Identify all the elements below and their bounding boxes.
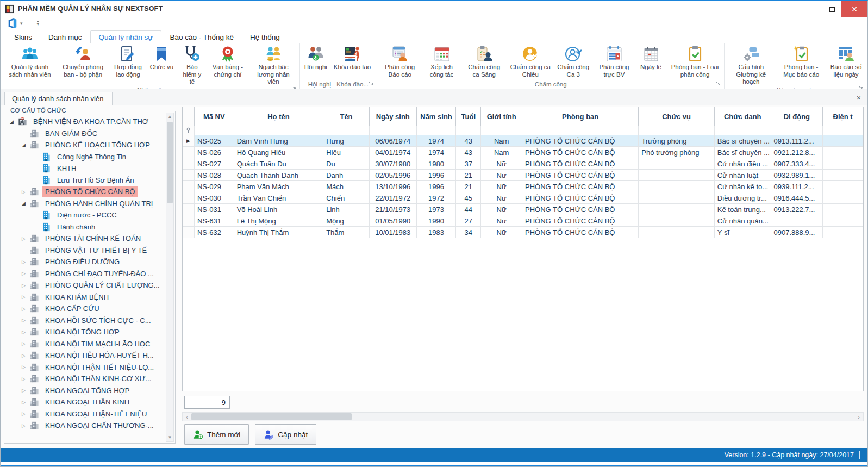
expander-collapsed-icon[interactable]: ▷ — [20, 317, 28, 323]
ribbon-button-quản-lý-danh-sách-nhân-viên[interactable]: Quản lý danh sách nhân viên — [3, 44, 57, 79]
ribbon-button-phân-công-trực-bv[interactable]: Phân công trực BV — [592, 44, 635, 79]
close-button[interactable]: ✕ — [841, 1, 867, 17]
expander-collapsed-icon[interactable]: ▷ — [20, 329, 28, 335]
column-header-ngày-sinh[interactable]: Ngày sinh — [370, 107, 417, 126]
ribbon-button-hợp-đồng-lao-động[interactable]: Hợp đồng lao động — [110, 44, 147, 79]
column-header-giới-tính[interactable]: Giới tính — [481, 107, 522, 126]
minimize-button[interactable]: – — [802, 1, 822, 17]
table-row-NS-028[interactable]: NS-028Quách Thành DanhDanh02/05/19961996… — [183, 170, 863, 181]
tree-item-khoa-cấp-cứu[interactable]: ▷KHOA CẤP CỨU — [5, 303, 165, 315]
tree-item-khoa-ngoại-chấn-thương-[interactable]: ▷KHOA NGOẠI CHẤN THƯƠNG-... — [5, 420, 165, 432]
tree-item-khoa-hồi-sức-tích-cực---c[interactable]: ▷KHOA HỒI SỨC TÍCH CỰC - C... — [5, 315, 165, 327]
scroll-right-icon[interactable]: › — [854, 414, 863, 420]
tree-item-phòng-quản-lý-chất-lượng[interactable]: ▷PHÒNG QUẢN LÝ CHẤT LƯỢNG... — [5, 279, 165, 291]
tree-item-khoa-nội-thận-tiết-niệu-lọ[interactable]: ▷KHOA NỘI THẬN TIẾT NIỆU-LỌ... — [5, 362, 165, 373]
table-row-NS-632[interactable]: NS-632Huỳnh Thị ThắmThắm10/01/1983198334… — [183, 227, 863, 238]
tree-item-điện-nước---pccc[interactable]: Điện nước - PCCC — [5, 209, 165, 221]
ribbon-button-phân-công-báo-cáo[interactable]: Phân công Báo cáo — [378, 44, 422, 79]
expander-collapsed-icon[interactable]: ▷ — [20, 411, 28, 416]
ribbon-button-xếp-lịch-công-tác[interactable]: Xếp lịch công tác — [422, 44, 461, 79]
ribbon-button-cấu-hình-giường-kế-hoạch[interactable]: Cấu hình Giường kế hoạch — [725, 44, 777, 86]
expander-collapsed-icon[interactable]: ▷ — [20, 189, 28, 195]
tree-item-ban-giám-đốc[interactable]: BAN GIÁM ĐỐC — [5, 128, 165, 140]
expander-expanded-icon[interactable]: ◢ — [20, 201, 28, 206]
group-launcher-icon[interactable] — [716, 81, 722, 87]
column-header-năm-sinh[interactable]: Năm sinh — [417, 107, 457, 126]
tree-item-phòng-chỉ-đạo-tuyến-đào-[interactable]: ▷PHÒNG CHỈ ĐẠO TUYẾN-ĐÀO ... — [5, 268, 165, 280]
ribbon-button-báo-cáo-số-liệu-ngày[interactable]: Báo cáo số liệu ngày — [826, 44, 866, 79]
ribbon-button-ngạch-bậc-lương-nhân-viên[interactable]: Ngạch bậc lương nhân viên — [248, 44, 299, 86]
table-row-NS-030[interactable]: NS-030Trần Văn ChiếnChiến22/01/197219724… — [183, 192, 863, 204]
scroll-left-icon[interactable]: ‹ — [183, 414, 191, 420]
maximize-button[interactable] — [822, 1, 841, 17]
ribbon-button-chức-vụ[interactable]: Chức vụ — [146, 44, 177, 72]
office-logo-icon[interactable] — [7, 18, 18, 29]
table-row-NS-025[interactable]: ▶NS-025Đàm Vĩnh HưngHưng06/06/1974197443… — [183, 135, 863, 147]
tree-item-lưu-trữ-hồ-sơ-bệnh-án[interactable]: Lưu Trữ Hồ Sơ Bệnh Án — [5, 175, 165, 186]
expander-collapsed-icon[interactable]: ▷ — [20, 423, 28, 428]
filter-cell[interactable] — [522, 126, 639, 135]
tree-item-khth[interactable]: KHTH — [5, 163, 165, 175]
expander-expanded-icon[interactable]: ◢ — [8, 119, 16, 124]
tree-item-khoa-ngoại-thận-tiết-niệu[interactable]: ▷KHOA NGOẠI THẬN-TIẾT NIỆU — [5, 408, 165, 420]
expander-collapsed-icon[interactable]: ▷ — [20, 341, 28, 346]
ribbon-tab-quản-lý-nhân-sự[interactable]: Quản lý nhân sự — [90, 30, 162, 43]
filter-cell[interactable] — [715, 126, 771, 135]
filter-cell[interactable] — [639, 126, 715, 135]
ribbon-button-chuyển-phòng-ban---bộ-phận[interactable]: Chuyển phòng ban - bộ phận — [57, 44, 110, 79]
tree-item-khoa-nội-tổng-hợp[interactable]: ▷KHOA NỘI TỔNG HỢP — [5, 326, 165, 338]
tree-item-khoa-ngoại-tổng-hợp[interactable]: ▷KHOA NGOẠI TỔNG HỢP — [5, 385, 165, 397]
table-row-NS-631[interactable]: NS-631Lê Thị MộngMộng01/05/1990199027NữP… — [183, 215, 863, 227]
expander-collapsed-icon[interactable]: ▷ — [20, 306, 28, 312]
tree-item-phòng-tài-chính-kế-toán[interactable]: ▷PHÒNG TÀI CHÍNH KẾ TOÁN — [5, 233, 165, 245]
tree-item-phòng-kế-hoạch-tổng-hợp[interactable]: ◢PHÒNG KẾ HOẠCH TỔNG HỢP — [5, 139, 165, 151]
column-header-di-động[interactable]: Di động — [771, 107, 823, 126]
expander-collapsed-icon[interactable]: ▷ — [20, 376, 28, 382]
ribbon-button-phòng-ban---mục-báo-cáo[interactable]: Phòng ban - Mục báo cáo — [777, 44, 826, 79]
cập-nhật-button[interactable]: Cập nhật — [255, 424, 316, 445]
scroll-down-icon[interactable]: ▼ — [166, 434, 173, 441]
table-row-NS-026[interactable]: NS-026Hồ Quang HiếuHiếu04/01/1974197443N… — [183, 147, 863, 158]
thêm-mới-button[interactable]: Thêm mới — [184, 424, 249, 445]
expander-collapsed-icon[interactable]: ▷ — [20, 259, 28, 265]
ribbon-button-văn-bằng---chứng-chỉ[interactable]: Văn bằng - chứng chỉ — [207, 44, 248, 79]
grid-horizontal-scrollbar[interactable]: ‹ › — [182, 412, 864, 421]
expander-collapsed-icon[interactable]: ▷ — [20, 271, 28, 276]
column-header-mã-nv[interactable]: Mã NV — [195, 107, 234, 126]
column-header-chức-vụ[interactable]: Chức vụ — [639, 107, 715, 126]
column-header-tên[interactable]: Tên — [323, 107, 370, 126]
column-header-chức-danh[interactable]: Chức danh — [715, 107, 771, 126]
group-launcher-icon[interactable] — [369, 81, 374, 87]
grid-filter-row[interactable] — [183, 126, 863, 135]
expander-collapsed-icon[interactable]: ▷ — [20, 236, 28, 241]
ribbon-button-hội-nghị[interactable]: Hội nghị — [301, 44, 331, 72]
ribbon-button-bảo-hiểm-y-tế[interactable]: Bảo hiểm y tế — [177, 44, 207, 86]
document-tab[interactable]: Quản lý danh sách nhân viên — [4, 92, 113, 105]
tree-item-khoa-khám-bệnh[interactable]: ▷KHOA KHÁM BỆNH — [5, 291, 165, 303]
expander-collapsed-icon[interactable]: ▷ — [20, 294, 28, 300]
tree-item-phòng-vật-tư-thiết-bị-y-tế[interactable]: PHÒNG VẬT TƯ THIẾT BỊ Y TẾ — [5, 245, 165, 257]
table-row-NS-031[interactable]: NS-031Võ Hoài LinhLinh21/10/1973197344Nữ… — [183, 204, 863, 215]
tree-item-khoa-nội-tiêu-hóa-huyết-h[interactable]: ▷KHOA NỘI TIÊU HÓA-HUYẾT H... — [5, 350, 165, 362]
filter-cell[interactable] — [481, 126, 522, 135]
ribbon-button-chấm-công-ca-sáng[interactable]: Chấm công ca Sáng — [461, 44, 507, 79]
grid-scrollbar-thumb[interactable] — [191, 413, 352, 420]
scroll-up-icon[interactable]: ▲ — [166, 113, 173, 121]
filter-cell[interactable] — [370, 126, 417, 135]
ribbon-button-chấm-công-ca-3[interactable]: Chấm công Ca 3 — [554, 44, 592, 79]
tree-item-bệnh-viện-đa-khoa-tpcần-thơ[interactable]: ◢BỆNH VIỆN ĐA KHOA TP.CẦN THƠ — [5, 116, 165, 128]
tree-scrollbar-thumb[interactable] — [167, 122, 173, 203]
tree-item-khoa-ngoại-thần-kinh[interactable]: ▷KHOA NGOẠI THẦN KINH — [5, 396, 165, 408]
table-row-NS-027[interactable]: NS-027Quách Tuấn DuDu30/07/1980198037NữP… — [183, 158, 863, 170]
column-header-điện-t[interactable]: Điện t — [823, 107, 863, 126]
ribbon-button-chấm-công-ca-chiều[interactable]: Chấm công ca Chiều — [507, 44, 554, 79]
tree-item-công-nghệ-thông-tin[interactable]: Công Nghệ Thông Tin — [5, 151, 165, 163]
column-header-tuổi[interactable]: Tuổi — [456, 107, 481, 126]
expander-collapsed-icon[interactable]: ▷ — [20, 400, 28, 405]
qat-customize-icon[interactable]: ▾ — [37, 21, 40, 26]
ribbon-tab-skins[interactable]: Skins — [6, 31, 40, 43]
ribbon-button-khóa-đào-tạo[interactable]: Khóa đào tạo — [331, 44, 373, 72]
tree-item-phòng-điều-dưỡng[interactable]: ▷PHÒNG ĐIỀU DƯỠNG — [5, 256, 165, 268]
tree-vertical-scrollbar[interactable]: ▲ ▼ — [166, 113, 174, 442]
filter-cell[interactable] — [234, 126, 323, 135]
